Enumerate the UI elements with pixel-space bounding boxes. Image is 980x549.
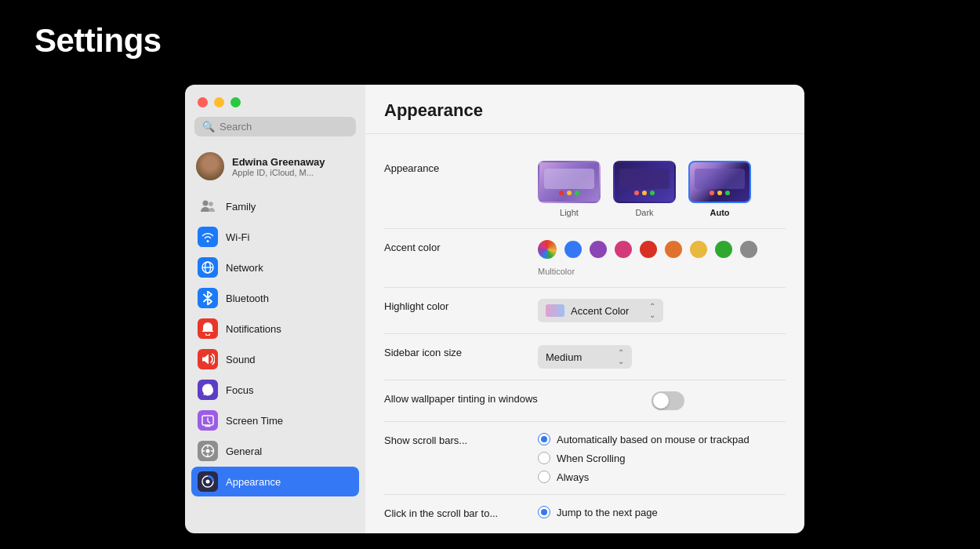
chevron-up-down-icon-2: ⌃⌄ <box>618 348 624 365</box>
sidebar-icon-size-control: Medium ⌃⌄ <box>538 345 786 369</box>
accent-dot-yellow[interactable] <box>690 241 707 258</box>
radio-auto <box>538 433 550 445</box>
highlight-color-dropdown[interactable]: Accent Color ⌃⌄ <box>538 299 663 322</box>
content-header: Appearance <box>365 85 804 134</box>
radio-always <box>538 471 550 483</box>
chevron-up-down-icon: ⌃⌄ <box>649 302 655 319</box>
scroll-bars-auto-option[interactable]: Automatically based on mouse or trackpad <box>538 433 750 445</box>
scroll-bars-when-scrolling-option[interactable]: When Scrolling <box>538 452 750 464</box>
focus-icon <box>198 380 218 400</box>
highlight-color-row: Highlight color Accent Color ⌃⌄ <box>384 288 786 334</box>
sidebar-item-network[interactable]: Network <box>191 253 359 282</box>
appearance-thumb-auto <box>688 161 751 203</box>
accent-dot-graphite[interactable] <box>740 241 757 258</box>
appearance-mode-label: Appearance <box>384 161 525 174</box>
sidebar-item-label: Appearance <box>226 476 281 488</box>
sidebar-item-screentime[interactable]: Screen Time <box>191 405 359 435</box>
accent-dot-pink[interactable] <box>615 241 632 258</box>
accent-dots <box>538 240 757 259</box>
wifi-icon <box>198 227 218 247</box>
sidebar: 🔍 Edwina Greenaway Apple ID, iCloud, M..… <box>185 85 365 533</box>
accent-dot-green[interactable] <box>715 241 732 258</box>
highlight-swatch <box>546 304 564 317</box>
general-icon <box>198 441 218 461</box>
accent-dot-multicolor[interactable] <box>538 240 557 259</box>
sidebar-item-family[interactable]: Family <box>191 191 359 221</box>
window-toolbar <box>185 85 365 117</box>
svg-point-9 <box>206 480 210 484</box>
appearance-option-light[interactable]: Light <box>538 161 601 217</box>
scroll-bars-when-scrolling-label: When Scrolling <box>557 453 625 464</box>
accent-dot-purple[interactable] <box>590 241 607 258</box>
avatar <box>196 152 224 180</box>
search-input[interactable] <box>220 121 348 133</box>
sidebar-item-label: Network <box>226 262 263 274</box>
sidebar-section: Family Wi-Fi <box>185 190 365 498</box>
sidebar-item-label: Screen Time <box>226 415 283 427</box>
sidebar-item-label: Notifications <box>226 323 281 335</box>
scroll-bars-always-label: Always <box>557 471 589 483</box>
accent-dot-orange[interactable] <box>665 241 682 258</box>
click-scroll-radio-group: Jump to the next page <box>538 506 658 518</box>
content-body: Appearance Ligh <box>365 134 804 533</box>
network-icon <box>198 257 218 278</box>
close-button[interactable] <box>198 97 208 107</box>
appearance-option-auto[interactable]: Auto <box>688 161 751 217</box>
maximize-button[interactable] <box>230 97 241 107</box>
appearance-option-dark[interactable]: Dark <box>613 161 676 217</box>
sidebar-icon-size-dropdown[interactable]: Medium ⌃⌄ <box>538 345 632 369</box>
show-scroll-bars-row: Show scroll bars... Automatically based … <box>384 422 786 495</box>
wallpaper-tinting-row: Allow wallpaper tinting in windows <box>384 380 786 422</box>
wallpaper-tinting-toggle[interactable] <box>652 391 684 410</box>
svg-point-0 <box>203 201 209 206</box>
click-scroll-jump-option[interactable]: Jump to the next page <box>538 506 658 518</box>
appearance-options: Light Dark <box>538 161 751 217</box>
screentime-icon <box>198 410 218 431</box>
page-title: Settings <box>34 22 162 60</box>
sidebar-item-label: General <box>226 445 262 457</box>
sidebar-item-general[interactable]: General <box>191 436 359 466</box>
bluetooth-icon <box>198 288 218 308</box>
radio-when-scrolling <box>538 452 550 464</box>
click-scroll-bar-control: Jump to the next page <box>538 506 786 518</box>
appearance-option-auto-label: Auto <box>710 208 729 217</box>
sidebar-item-sound[interactable]: Sound <box>191 344 359 374</box>
sidebar-item-label: Bluetooth <box>226 293 269 304</box>
appearance-option-dark-label: Dark <box>635 208 653 217</box>
wallpaper-tinting-control <box>550 391 786 410</box>
highlight-color-label: Highlight color <box>384 299 525 312</box>
sidebar-item-label: Family <box>226 201 256 213</box>
show-scroll-bars-label: Show scroll bars... <box>384 433 525 446</box>
sidebar-item-notifications[interactable]: Notifications <box>191 314 359 344</box>
show-scroll-bars-control: Automatically based on mouse or trackpad… <box>538 433 786 483</box>
sidebar-icon-size-value: Medium <box>546 351 582 363</box>
sidebar-icon-size-label: Sidebar icon size <box>384 345 525 358</box>
accent-dot-blue[interactable] <box>564 241 582 258</box>
appearance-mode-control: Light Dark <box>538 161 786 217</box>
wallpaper-tinting-label: Allow wallpaper tinting in windows <box>384 391 538 405</box>
sidebar-item-focus[interactable]: Focus <box>191 375 359 405</box>
sidebar-item-appearance[interactable]: Appearance <box>191 467 359 496</box>
click-scroll-jump-label: Jump to the next page <box>557 507 658 518</box>
search-bar[interactable]: 🔍 <box>194 117 356 136</box>
user-profile-item[interactable]: Edwina Greenaway Apple ID, iCloud, M... <box>185 146 365 187</box>
accent-color-control: Multicolor <box>538 240 786 276</box>
scroll-bars-always-option[interactable]: Always <box>538 471 750 483</box>
toggle-knob <box>653 393 669 409</box>
scroll-bars-radio-group: Automatically based on mouse or trackpad… <box>538 433 750 483</box>
radio-jump <box>538 506 550 518</box>
appearance-mode-row: Appearance Ligh <box>384 150 786 229</box>
appearance-icon <box>198 471 218 492</box>
sidebar-item-label: Focus <box>226 384 253 396</box>
family-icon <box>198 196 218 216</box>
appearance-thumb-light <box>538 161 601 203</box>
sound-icon <box>198 349 218 369</box>
sidebar-item-wifi[interactable]: Wi-Fi <box>191 222 359 252</box>
sidebar-item-bluetooth[interactable]: Bluetooth <box>191 283 359 313</box>
minimize-button[interactable] <box>214 97 224 107</box>
accent-dot-red[interactable] <box>640 241 657 258</box>
notifications-icon <box>198 318 218 339</box>
scroll-bars-auto-label: Automatically based on mouse or trackpad <box>557 434 750 445</box>
appearance-thumb-dark <box>613 161 676 203</box>
appearance-option-light-label: Light <box>560 208 579 217</box>
